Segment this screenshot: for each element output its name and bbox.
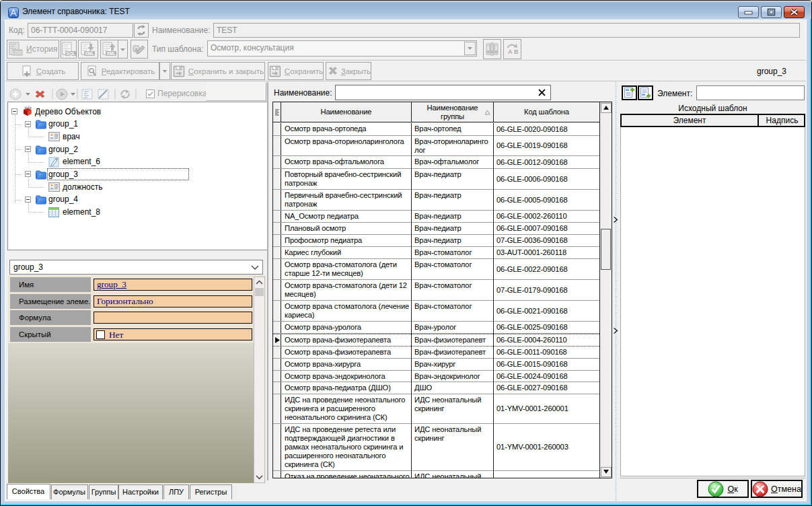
svg-text:LOG: LOG [13, 50, 23, 55]
svg-text:B: B [514, 48, 519, 55]
svg-text:A: A [508, 48, 513, 55]
svg-text:XML: XML [85, 51, 94, 56]
svg-text:SQL: SQL [66, 51, 75, 57]
svg-text:XML: XML [106, 51, 116, 56]
